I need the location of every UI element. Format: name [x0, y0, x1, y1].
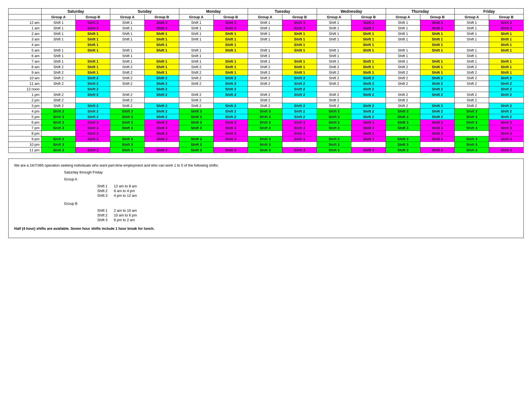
group-a-shift1-row: Shift 1 12 am to 8 am [97, 184, 518, 188]
cell: Shift 2 [248, 75, 282, 81]
row-12am: 12 am Shift 1 Shift 3 Shift 1 Shift 3 Sh… [9, 20, 524, 25]
cell: Shift 2 [110, 75, 145, 81]
cell: Shift 1 [179, 48, 213, 53]
cell: Shift 3 [351, 120, 386, 125]
cell: Shift 2 [351, 86, 386, 92]
cell: Shift 3 [317, 147, 351, 153]
cell [76, 98, 110, 103]
cell: Shift 3 [76, 25, 110, 31]
cell: Shift 2 [420, 109, 455, 114]
cell: Shift 1 [420, 70, 455, 75]
cell [110, 42, 145, 48]
cell: Shift 3 [110, 120, 145, 125]
cell: Shift 1 [282, 48, 317, 53]
cell: Shift 2 [41, 75, 76, 81]
cell: Shift 1 [41, 25, 76, 31]
cell [489, 53, 524, 59]
row-8pm: 8 pm Shift 3 Shift 3 Shift 3 Shift 3 Shi… [9, 131, 524, 136]
cell [489, 98, 524, 103]
cell: Shift 2 [145, 114, 179, 120]
cell: Shift 1 [317, 31, 351, 37]
cell: Shift 2 [248, 103, 282, 109]
sun-gb: Group B [145, 14, 179, 20]
cell: Shift 2 [317, 75, 351, 81]
cell: Shift 1 [179, 37, 213, 42]
cell: Shift 2 [248, 64, 282, 70]
cell: Shift 2 [317, 81, 351, 86]
cell: Shift 2 [282, 109, 317, 114]
cell: Shift 1 [455, 37, 489, 42]
cell: Shift 3 [386, 114, 420, 120]
cell: Shift 1 [317, 37, 351, 42]
cell: Shift 3 [41, 109, 76, 114]
group-b-shift2-hours: 10 am to 6 pm [114, 213, 137, 217]
cell: Shift 2 [213, 109, 248, 114]
cell: Shift 1 [76, 70, 110, 75]
cell: Shift 2 [145, 75, 179, 81]
cell: Shift 1 [76, 42, 110, 48]
cell: Shift 2 [110, 81, 145, 86]
cell: Shift 2 [351, 109, 386, 114]
cell: Shift 2 [213, 92, 248, 98]
cell: Shift 1 [76, 37, 110, 42]
cell: Shift 2 [317, 64, 351, 70]
group-b-shift3-label: Shift 3 [97, 218, 114, 222]
cell: Shift 3 [213, 25, 248, 31]
cell: Shift 3 [110, 142, 145, 147]
cell: Shift 2 [317, 70, 351, 75]
cell: Shift 3 [248, 120, 282, 125]
cell: Shift 2 [110, 98, 145, 103]
cell: Shift 1 [351, 42, 386, 48]
cell: Shift 2 [76, 92, 110, 98]
cell: Shift 3 [76, 147, 110, 153]
cell: Shift 3 [420, 120, 455, 125]
cell: Shift 3 [145, 131, 179, 136]
cell: Shift 2 [386, 70, 420, 75]
cell: Shift 1 [317, 48, 351, 53]
mon-gb: Group B [213, 14, 248, 20]
info-box: We are a 24/7/365 operation seeking indi… [8, 159, 524, 238]
cell: Shift 3 [76, 120, 110, 125]
fri-ga: Group A [455, 14, 489, 20]
time-10am: 10 am [9, 75, 42, 81]
cell: Shift 3 [351, 125, 386, 131]
cell: Shift 2 [282, 114, 317, 120]
cell: Shift 1 [110, 59, 145, 64]
cell: Shift 3 [455, 125, 489, 131]
cell: Shift 2 [386, 103, 420, 109]
cell: Shift 1 [213, 70, 248, 75]
cell: Shift 3 [386, 125, 420, 131]
cell: Shift 3 [110, 114, 145, 120]
cell: Shift 2 [489, 103, 524, 109]
cell: Shift 2 [420, 75, 455, 81]
cell: Shift 3 [282, 125, 317, 131]
cell: Shift 2 [41, 98, 76, 103]
cell: Shift 1 [248, 31, 282, 37]
cell: Shift 2 [76, 114, 110, 120]
cell: Shift 3 [76, 20, 110, 25]
cell: Shift 3 [386, 142, 420, 147]
cell [248, 42, 282, 48]
time-4am: 4 am [9, 42, 42, 48]
cell: Shift 2 [317, 98, 351, 103]
cell: Shift 3 [455, 114, 489, 120]
cell: Shift 3 [76, 125, 110, 131]
cell: Shift 2 [179, 92, 213, 98]
cell: Shift 2 [179, 70, 213, 75]
cell: Shift 3 [351, 136, 386, 142]
cell [455, 131, 489, 136]
cell: Shift 1 [282, 70, 317, 75]
cell: Shift 3 [386, 136, 420, 142]
group-a-shift2-hours: 8 am to 4 pm [114, 189, 135, 193]
cell: Shift 1 [386, 20, 420, 25]
cell: Shift 3 [455, 147, 489, 153]
cell: Shift 3 [282, 136, 317, 142]
cell: Shift 2 [351, 75, 386, 81]
group-b-label: Group B [64, 201, 518, 206]
cell: Shift 3 [317, 109, 351, 114]
cell: Shift 3 [282, 25, 317, 31]
cell: Shift 2 [145, 86, 179, 92]
group-a-shift1-label: Shift 1 [97, 184, 114, 188]
cell: Shift 1 [420, 31, 455, 37]
cell: Shift 2 [282, 103, 317, 109]
